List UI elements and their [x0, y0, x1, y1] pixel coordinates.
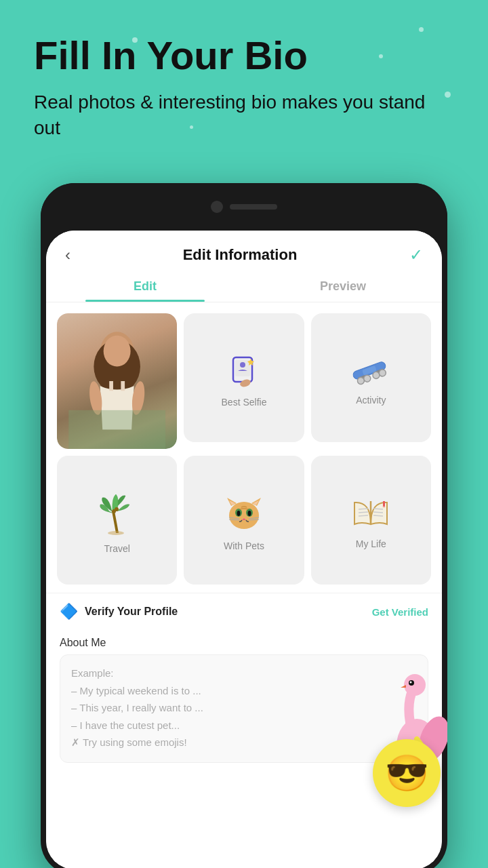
svg-point-12 [239, 378, 251, 389]
cat-icon [224, 494, 264, 540]
my-life-cell[interactable]: My Life [311, 456, 431, 585]
skateboard-icon [345, 349, 397, 401]
tab-preview[interactable]: Preview [244, 273, 442, 302]
svg-point-32 [247, 511, 251, 516]
svg-line-41 [359, 515, 368, 516]
about-me-textarea[interactable]: Example: – My typical weekend is to ... … [60, 654, 428, 763]
tab-edit[interactable]: Edit [46, 273, 244, 302]
svg-point-3 [104, 336, 131, 367]
svg-rect-5 [121, 381, 125, 391]
svg-point-22 [115, 507, 119, 511]
screen-title: Edit Information [183, 246, 298, 264]
verify-text: Verify Your Profile [85, 606, 178, 618]
with-pets-label: With Pets [224, 540, 264, 551]
svg-point-11 [240, 362, 245, 368]
svg-line-43 [373, 512, 383, 513]
verify-badge-icon: 🔷 [60, 603, 78, 620]
with-pets-cell[interactable]: With Pets [184, 456, 304, 585]
app-bar: ‹ Edit Information ✓ [46, 231, 442, 273]
svg-line-40 [359, 512, 368, 513]
confirm-button[interactable]: ✓ [409, 245, 423, 264]
svg-line-42 [373, 509, 383, 509]
sub-title: Real photos & interesting bio makes you … [34, 90, 454, 141]
back-button[interactable]: ‹ [65, 245, 70, 264]
tab-bar: Edit Preview [46, 273, 442, 302]
emoji-badge: 😎 [373, 739, 441, 807]
svg-rect-8 [68, 410, 165, 449]
svg-point-23 [108, 531, 124, 535]
about-me-label: About Me [60, 637, 428, 649]
phone-speaker [230, 204, 277, 210]
photo-grid: Best Selfie [46, 302, 442, 591]
profile-photo [57, 313, 177, 449]
book-icon [351, 496, 390, 538]
main-title: Fill In Your Bio [34, 34, 454, 77]
travel-cell[interactable]: Travel [57, 456, 177, 585]
svg-line-44 [373, 515, 383, 516]
verify-left: 🔷 Verify Your Profile [60, 603, 178, 620]
my-life-label: My Life [356, 538, 386, 549]
get-verified-link[interactable]: Get Verified [372, 606, 428, 618]
phone-notch [41, 183, 447, 231]
svg-point-31 [237, 511, 240, 516]
selfie-icon [225, 352, 262, 397]
svg-point-24 [229, 502, 259, 529]
verify-section: 🔷 Verify Your Profile Get Verified [46, 593, 442, 630]
phone-mockup: ‹ Edit Information ✓ Edit Preview [41, 183, 447, 868]
activity-cell[interactable]: Activity [311, 313, 431, 442]
best-selfie-cell[interactable]: Best Selfie [184, 313, 304, 442]
phone-camera [211, 201, 223, 213]
palm-icon [97, 491, 138, 543]
svg-line-39 [359, 509, 368, 509]
best-selfie-label: Best Selfie [222, 397, 267, 408]
svg-rect-4 [109, 381, 113, 391]
profile-photo-cell[interactable] [57, 313, 177, 449]
travel-label: Travel [104, 543, 129, 554]
